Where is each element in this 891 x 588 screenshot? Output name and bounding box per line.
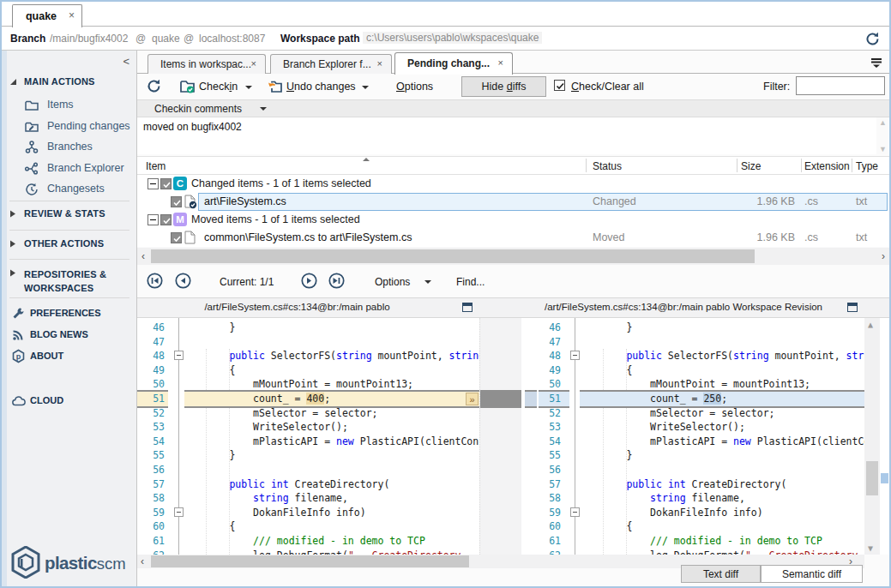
column-header-item[interactable]: Item — [146, 160, 166, 172]
diff-options-dropdown-icon[interactable] — [424, 280, 431, 284]
diff-position-marker[interactable] — [881, 473, 888, 483]
document-tab-items[interactable]: Items in workspac...× — [147, 54, 266, 74]
undo-dropdown-icon[interactable] — [362, 86, 369, 89]
sidebar-section-repositories-workspaces[interactable]: REPOSITORIES &WORKSPACES — [2, 267, 136, 282]
code-vertical-scrollbar[interactable]: ▲ ▼ — [864, 318, 880, 555]
code-token: { — [579, 364, 632, 376]
sidebar-item-blog-news[interactable]: BLOG NEWS — [2, 325, 136, 345]
at-separator-2: @ — [184, 33, 194, 45]
undo-folder-icon[interactable] — [266, 77, 284, 95]
maximize-left-pane-icon[interactable] — [462, 303, 473, 312]
document-tab-branch-explorer[interactable]: Branch Explorer f...× — [270, 54, 392, 74]
checkin-folder-icon[interactable] — [178, 77, 196, 95]
table-row[interactable]: art\FileSystem.csChanged1.96 KB.cstxt — [137, 193, 889, 211]
sidebar-item-preferences[interactable]: PREFERENCES — [2, 303, 136, 324]
comments-scrollbar[interactable]: ▲ ▼ — [876, 117, 888, 154]
comments-dropdown-icon[interactable] — [260, 107, 267, 111]
scrollbar-thumb[interactable] — [151, 555, 469, 567]
sidebar-section-main-actions[interactable]: MAIN ACTIONS — [2, 75, 136, 91]
column-separator[interactable] — [801, 159, 802, 172]
column-header-status[interactable]: Status — [593, 160, 622, 172]
sidebar-section-other-actions[interactable]: OTHER ACTIONS — [2, 237, 136, 253]
scrollbar-thumb[interactable] — [866, 461, 878, 495]
group-row[interactable]: CChanged items - 1 of 1 items selected — [137, 175, 889, 193]
line-number: 52 — [137, 406, 165, 421]
tab-close-icon[interactable]: × — [251, 58, 256, 69]
document-tab-pending-changes[interactable]: Pending chang...× — [394, 52, 513, 75]
options-button[interactable]: Options — [396, 81, 433, 93]
column-separator[interactable] — [737, 159, 737, 172]
scrollbar-thumb[interactable] — [151, 249, 755, 263]
sidebar-item-cloud[interactable]: CLOUD — [2, 391, 136, 411]
workspace-tab-close-icon[interactable]: × — [69, 10, 75, 21]
sidebar-collapse-button[interactable]: < — [123, 55, 129, 68]
scroll-left-icon[interactable]: ‹ — [141, 555, 144, 567]
item-checkbox[interactable] — [171, 232, 182, 243]
code-token — [579, 478, 626, 490]
code-text: } — [579, 448, 632, 463]
checkin-dropdown-icon[interactable] — [245, 86, 252, 89]
maximize-right-pane-icon[interactable] — [847, 303, 858, 312]
next-diff-button[interactable] — [301, 273, 317, 289]
sidebar-item-branch-explorer[interactable]: Branch Explorer — [2, 159, 136, 179]
left-diff-pane[interactable]: 46 }4748 public SelectorFS(string mountP… — [137, 318, 479, 555]
scroll-left-icon[interactable]: ‹ — [141, 250, 145, 262]
first-diff-button[interactable] — [147, 273, 163, 289]
undo-changes-button[interactable]: Undo changes — [286, 81, 356, 93]
item-checkbox[interactable] — [171, 196, 182, 207]
scroll-up-icon[interactable]: ▲ — [879, 119, 886, 126]
sidebar-item-branches[interactable]: Branches — [2, 137, 136, 158]
table-row[interactable]: common\FileSystem.cs to art\FileSystem.c… — [137, 229, 889, 247]
code-text: { — [182, 363, 235, 378]
fold-collapse-icon[interactable] — [174, 507, 184, 517]
sidebar-item-about[interactable]: pABOUT — [2, 346, 136, 367]
check-clear-all-checkbox[interactable] — [554, 80, 565, 91]
column-header-type[interactable]: Type — [856, 160, 878, 172]
refresh-workspace-icon[interactable] — [864, 30, 881, 47]
column-header-size[interactable]: Size — [741, 160, 761, 172]
scroll-up-icon[interactable]: ▲ — [868, 320, 873, 329]
sidebar-item-pending-changes[interactable]: Pending changes — [2, 117, 136, 137]
last-diff-button[interactable] — [328, 273, 345, 289]
sidebar-item-changesets[interactable]: Changesets — [2, 179, 136, 200]
tab-close-icon[interactable]: × — [498, 57, 503, 68]
group-checkbox[interactable] — [160, 178, 172, 189]
previous-diff-button[interactable] — [175, 273, 191, 289]
fold-collapse-icon[interactable] — [570, 351, 580, 360]
find-button[interactable]: Find... — [456, 276, 485, 288]
sidebar-section-review-stats[interactable]: REVIEW & STATS — [2, 207, 136, 223]
right-diff-pane[interactable]: 46 }4748 public SelectorFS(string mountP… — [525, 318, 864, 555]
semantic-diff-button[interactable]: Semantic diff — [761, 565, 863, 583]
fold-collapse-icon[interactable] — [174, 351, 184, 360]
check-clear-all-label[interactable]: Check/Clear all — [571, 81, 644, 93]
tab-list-menu-icon[interactable] — [870, 57, 882, 68]
text-diff-button[interactable]: Text diff — [681, 565, 761, 583]
collapse-group-icon[interactable] — [147, 214, 159, 225]
refresh-icon[interactable] — [145, 77, 163, 95]
code-token: CreateDirectory( — [289, 478, 390, 490]
tab-close-icon[interactable]: × — [377, 58, 382, 69]
checkin-comments-bar[interactable]: Checkin comments — [137, 99, 889, 117]
collapse-group-icon[interactable] — [147, 178, 159, 189]
branch-info-bar: Branch /main/bugfix4002 @ quake @ localh… — [2, 27, 889, 51]
column-header-extension[interactable]: Extension — [804, 160, 850, 172]
column-separator[interactable] — [852, 159, 852, 172]
filter-input[interactable] — [796, 76, 885, 95]
code-text: log.DebugFormat(" CreateDirectory — [579, 549, 858, 555]
column-separator[interactable] — [586, 159, 587, 172]
group-row[interactable]: MMoved items - 1 of 1 items selected — [137, 211, 889, 229]
fold-collapse-icon[interactable] — [570, 507, 580, 517]
diff-options-button[interactable]: Options — [375, 276, 410, 288]
checkin-comments-textarea[interactable]: moved on bugfix4002 ▲ ▼ — [137, 117, 889, 154]
list-horizontal-scrollbar[interactable]: ‹ › — [137, 248, 889, 265]
workspace-tab-quake[interactable]: quake × — [12, 4, 82, 27]
group-checkbox[interactable] — [160, 214, 172, 225]
sidebar-item-items[interactable]: Items — [2, 95, 136, 116]
checkin-button[interactable]: Checkin — [199, 81, 238, 93]
scroll-down-icon[interactable]: ▼ — [868, 543, 873, 553]
hide-diffs-button[interactable]: Hide diffs — [461, 76, 546, 97]
code-line: 47 — [525, 335, 864, 350]
scroll-right-icon[interactable]: › — [882, 250, 885, 262]
scroll-down-icon[interactable]: ▼ — [879, 146, 886, 153]
code-token: /// modified - in demo to TCP — [253, 535, 425, 547]
